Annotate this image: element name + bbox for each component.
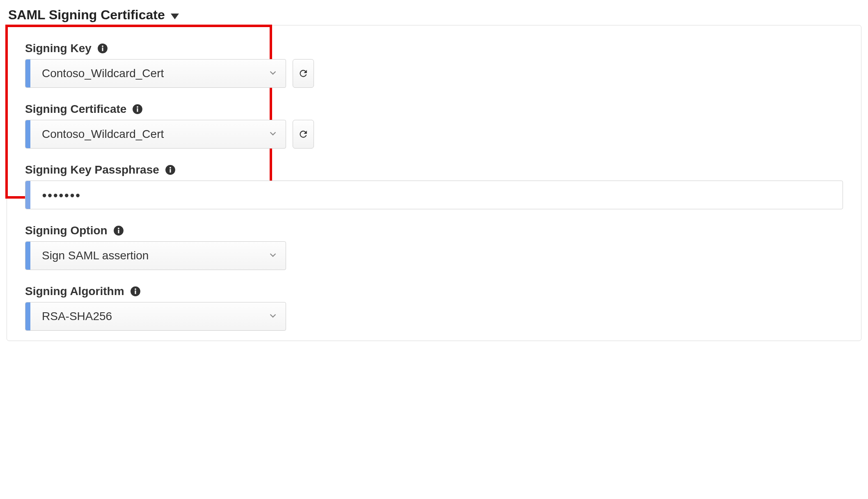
field-signing-key-passphrase: Signing Key Passphrase ●●●●●●●: [25, 163, 843, 209]
info-icon[interactable]: [130, 286, 141, 297]
svg-point-5: [137, 106, 138, 108]
svg-point-11: [118, 228, 119, 229]
caret-down-icon: [171, 14, 179, 19]
label-signing-key-passphrase: Signing Key Passphrase: [25, 163, 843, 176]
svg-rect-13: [135, 291, 136, 294]
chevron-down-icon: [268, 310, 277, 323]
label-signing-key: Signing Key: [25, 42, 843, 55]
field-signing-algorithm: Signing Algorithm RSA-SHA256: [25, 285, 843, 331]
svg-point-14: [135, 288, 136, 290]
svg-rect-10: [118, 230, 119, 233]
label-signing-option: Signing Option: [25, 224, 843, 237]
select-signing-key[interactable]: Contoso_Wildcard_Cert: [25, 59, 286, 88]
input-signing-key-passphrase[interactable]: ●●●●●●●: [25, 181, 843, 209]
chevron-down-icon: [268, 128, 277, 141]
svg-rect-4: [137, 108, 138, 112]
settings-panel: Signing Key Contoso_Wildcard_Cert Signin…: [7, 25, 861, 341]
svg-point-8: [169, 167, 171, 169]
refresh-signing-certificate-button[interactable]: [293, 120, 314, 149]
select-signing-option[interactable]: Sign SAML assertion: [25, 241, 286, 270]
section-title: SAML Signing Certificate: [8, 7, 165, 23]
svg-rect-1: [102, 48, 103, 51]
section-header[interactable]: SAML Signing Certificate: [7, 7, 861, 23]
select-signing-certificate[interactable]: Contoso_Wildcard_Cert: [25, 120, 286, 149]
info-icon[interactable]: [132, 104, 143, 114]
info-icon[interactable]: [165, 165, 176, 175]
svg-point-2: [102, 46, 103, 47]
info-icon[interactable]: [97, 43, 108, 54]
select-signing-algorithm[interactable]: RSA-SHA256: [25, 302, 286, 331]
field-signing-certificate: Signing Certificate Contoso_Wildcard_Cer…: [25, 103, 843, 149]
field-signing-key: Signing Key Contoso_Wildcard_Cert: [25, 42, 843, 88]
field-signing-option: Signing Option Sign SAML assertion: [25, 224, 843, 270]
label-signing-algorithm: Signing Algorithm: [25, 285, 843, 298]
label-signing-certificate: Signing Certificate: [25, 103, 843, 116]
chevron-down-icon: [268, 67, 277, 80]
svg-rect-7: [169, 169, 171, 173]
chevron-down-icon: [268, 249, 277, 262]
refresh-signing-key-button[interactable]: [293, 59, 314, 88]
info-icon[interactable]: [113, 225, 124, 236]
